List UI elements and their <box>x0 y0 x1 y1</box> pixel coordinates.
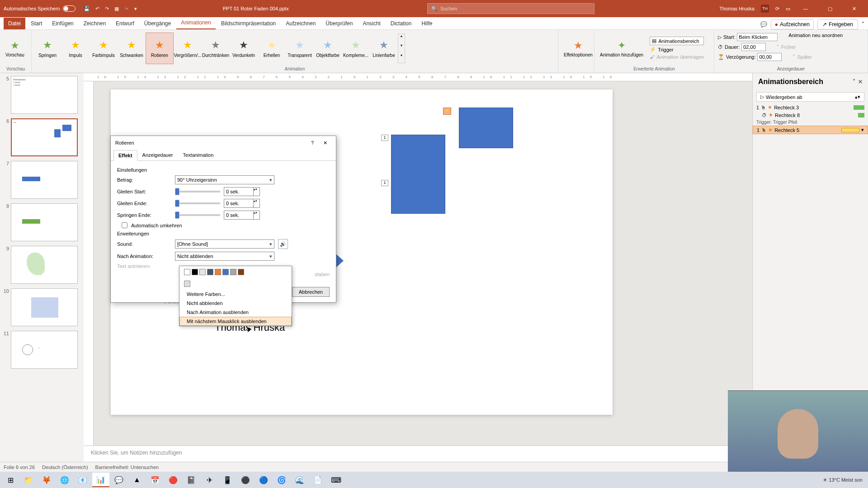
dropdown-item[interactable]: Nach Animation ausblenden <box>179 308 292 317</box>
start-dropdown[interactable]: Beim Klicken <box>737 33 778 41</box>
color-swatch[interactable] <box>184 269 190 275</box>
obs-icon[interactable]: ⚫ <box>237 473 254 487</box>
sound-combo[interactable]: [Ohne Sound] <box>175 239 274 249</box>
autosave-toggle[interactable]: Automatisches Speichern <box>0 5 79 12</box>
app-icon[interactable]: 📅 <box>146 473 164 487</box>
gallery-item-vergrern[interactable]: ★Vergrößern/... <box>174 33 202 64</box>
gallery-item-rotieren[interactable]: ★Rotieren <box>146 33 174 64</box>
dialog-tab-effect[interactable]: Effekt <box>113 150 137 161</box>
move-later-button[interactable]: ˅Später <box>793 52 811 61</box>
onenote-icon[interactable]: 📓 <box>183 473 200 487</box>
pane-close-icon[interactable]: ✕ <box>858 79 863 85</box>
app-icon[interactable]: 📄 <box>309 473 326 487</box>
add-animation-button[interactable]: ✦Animation hinzufügen <box>596 38 647 59</box>
slide-thumbnails[interactable]: 5Animationen• xxxxx• xxxxx 6xxx 7 8 9 10… <box>0 73 84 462</box>
notes-pane[interactable]: Klicken Sie, um Notizen hinzuzufügen <box>84 446 752 462</box>
thumbnail-5[interactable]: Animationen• xxxxx• xxxxx <box>11 76 78 114</box>
ribbon-collapse-icon[interactable]: ˅ <box>862 21 864 28</box>
dropdown-item-hover[interactable]: Mit nächstem Mausklick ausblenden <box>179 317 292 326</box>
app-icon[interactable]: ⌨ <box>327 473 344 487</box>
dialog-tab-text[interactable]: Textanimation <box>178 150 218 160</box>
outlook-icon[interactable]: 📧 <box>74 473 91 487</box>
redo-icon[interactable]: ↷ <box>105 6 109 12</box>
thumbnail-6[interactable]: xxx <box>11 118 78 156</box>
firefox-icon[interactable]: 🦊 <box>38 473 55 487</box>
qat-more-icon[interactable]: ▾ <box>134 6 137 12</box>
chrome-icon[interactable]: 🌐 <box>56 473 73 487</box>
gallery-item-farbimpuls[interactable]: ★Farbimpuls <box>90 33 118 64</box>
smooth-end-slider[interactable] <box>175 202 220 204</box>
save-icon[interactable]: 💾 <box>84 6 90 12</box>
smooth-start-slider[interactable] <box>175 191 220 192</box>
dialog-help-button[interactable]: ? <box>306 137 319 148</box>
vlc-icon[interactable]: ▲ <box>128 473 146 487</box>
app-icon[interactable]: 🔵 <box>255 473 272 487</box>
gallery-item-erhellen[interactable]: ★Erhellen <box>258 33 286 64</box>
tab-record[interactable]: Aufzeichnen <box>281 18 320 29</box>
dialog-tab-timing[interactable]: Anzeigedauer <box>137 150 178 160</box>
gallery-item-kompleme[interactable]: ★Kompleme... <box>342 33 370 64</box>
tab-review[interactable]: Überprüfen <box>321 18 357 29</box>
pane-chevron-icon[interactable]: ˅ <box>853 79 855 85</box>
animation-painter-button[interactable]: 🖌Animation übertragen <box>650 54 704 60</box>
sound-button[interactable]: 🔊 <box>278 239 288 249</box>
gallery-item-transparent[interactable]: ★Transparent <box>286 33 314 64</box>
dropdown-item[interactable]: Nicht abblenden <box>179 299 292 308</box>
weather-widget[interactable]: ☀ 13°C Meist son <box>823 477 863 483</box>
color-swatch[interactable] <box>192 269 198 275</box>
move-earlier-button[interactable]: ˄Früher <box>777 42 796 52</box>
tab-start[interactable]: Start <box>26 18 47 29</box>
color-swatch[interactable] <box>207 269 213 275</box>
tab-transitions[interactable]: Übergänge <box>140 18 175 29</box>
gallery-item-verdunkeln[interactable]: ★Verdunkeln <box>230 33 258 64</box>
more-colors-item[interactable]: Weitere Farben... <box>179 290 292 299</box>
start-button[interactable]: ⊞ <box>2 473 19 487</box>
trigger-button[interactable]: ⚡Trigger <box>650 46 704 53</box>
presentation-icon[interactable]: ▦ <box>114 6 119 12</box>
tab-draw[interactable]: Zeichnen <box>79 18 110 29</box>
bounce-end-slider[interactable] <box>175 214 220 216</box>
maximize-button[interactable]: ▢ <box>821 2 839 15</box>
smooth-start-spinner[interactable]: 0 sek.▴▾ <box>224 187 260 196</box>
anim-item-2[interactable]: ⏱★ Rechteck 8 <box>753 111 868 119</box>
thumbnail-9[interactable] <box>11 246 78 284</box>
accessibility-checker[interactable]: Barrierefreiheit: Untersuchen <box>95 465 159 470</box>
color-swatch[interactable] <box>238 269 244 275</box>
cancel-button[interactable]: Abbrechen <box>292 287 330 297</box>
bounce-end-spinner[interactable]: 0 sek.▴▾ <box>224 211 260 220</box>
explorer-icon[interactable]: 📁 <box>20 473 37 487</box>
play-from-button[interactable]: ▷Wiedergeben ab▴▾ <box>756 92 864 102</box>
thumbnail-8[interactable] <box>11 203 78 241</box>
tab-help[interactable]: Hilfe <box>417 18 437 29</box>
color-swatch[interactable] <box>222 269 229 275</box>
slide-counter[interactable]: Folie 6 von 26 <box>4 465 35 470</box>
effect-options-button[interactable]: ★Effektoptionen <box>560 38 596 59</box>
comments-icon[interactable]: 💬 <box>760 21 767 28</box>
tab-slideshow[interactable]: Bildschirmpräsentation <box>217 18 280 29</box>
gallery-item-objektfarbe[interactable]: ★Objektfarbe <box>314 33 342 64</box>
dialog-close-button[interactable]: ✕ <box>319 137 331 148</box>
minimize-button[interactable]: — <box>797 2 815 15</box>
animation-gallery[interactable]: ★Springen★Impuls★Farbimpuls★Schwanken★Ro… <box>33 31 556 66</box>
dropdown-arrow-icon[interactable]: ▾ <box>861 127 864 133</box>
preview-button[interactable]: ★Vorschau <box>2 38 28 59</box>
record-button[interactable]: ●Aufzeichnen <box>771 19 814 29</box>
delay-spinner[interactable]: 00,00 <box>757 53 782 61</box>
shape-rectangle-1[interactable] <box>391 135 445 214</box>
touch-icon[interactable]: ☞ <box>124 6 129 12</box>
gallery-down-icon[interactable]: ▾ <box>398 43 405 53</box>
smooth-end-spinner[interactable]: 0 sek.▴▾ <box>224 199 260 208</box>
gallery-item-linienfarbe[interactable]: ★Linienfarbe <box>370 33 398 64</box>
gallery-up-icon[interactable]: ▴ <box>398 34 405 43</box>
gallery-item-schwanken[interactable]: ★Schwanken <box>118 33 146 64</box>
telegram-icon[interactable]: ✈ <box>201 473 218 487</box>
window-icon[interactable]: ▭ <box>786 6 790 12</box>
color-swatch[interactable] <box>230 269 236 275</box>
thumbnail-7[interactable] <box>11 161 78 199</box>
anim-item-trigger[interactable]: 1🖱★ Rechteck 5 ▾ <box>753 126 868 134</box>
user-avatar[interactable]: TH <box>761 5 769 13</box>
tab-dictation[interactable]: Dictation <box>386 18 416 29</box>
animation-pane-button[interactable]: ▤Animationsbereich <box>650 37 704 45</box>
anim-item-1[interactable]: 1🖱★ Rechteck 3 <box>753 103 868 111</box>
amount-combo[interactable]: 90° Uhrzeigersinn <box>175 175 274 184</box>
